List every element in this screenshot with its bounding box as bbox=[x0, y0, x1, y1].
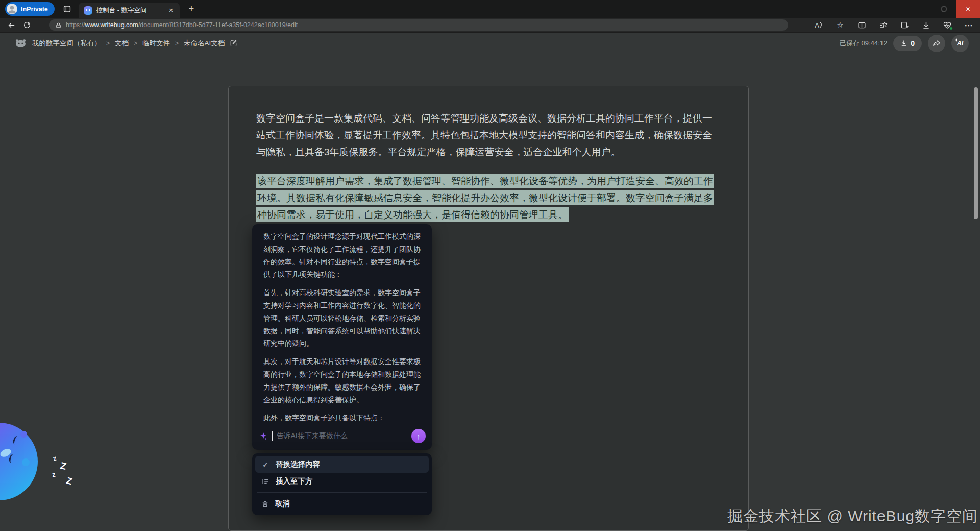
chevron-right-icon: > bbox=[175, 40, 179, 47]
browser-tab[interactable]: 控制台 - 数字空间 ✕ bbox=[79, 3, 180, 18]
menu-item-label: 替换选择内容 bbox=[276, 460, 320, 469]
insert-below-icon bbox=[261, 477, 270, 486]
read-aloud-icon: A bbox=[815, 21, 823, 29]
split-screen-button[interactable] bbox=[854, 19, 869, 31]
window-close-button[interactable]: ✕ bbox=[956, 0, 980, 18]
url-domain: www.writebug.com bbox=[85, 21, 138, 29]
sleeping-robot-mascot[interactable] bbox=[0, 423, 38, 500]
window-minimize-button[interactable] bbox=[908, 0, 932, 18]
document-paragraph[interactable]: 数字空间盒子是一款集成代码、文档、问答等管理功能及高级会议、数据分析工具的协同工… bbox=[256, 110, 721, 160]
chevron-right-icon: > bbox=[106, 40, 110, 47]
share-button[interactable] bbox=[928, 35, 945, 52]
breadcrumb-docs[interactable]: 文档 bbox=[115, 39, 129, 48]
ai-generated-paragraph: 其次，对于航天和芯片设计等对数据安全性要求极高的行业，数字空间盒子的本地存储和数… bbox=[263, 355, 421, 406]
rename-pencil-icon[interactable] bbox=[230, 39, 237, 47]
mascot-arm bbox=[22, 458, 30, 466]
download-count: 0 bbox=[911, 39, 915, 47]
url-scheme: https:// bbox=[66, 21, 85, 29]
menu-item-cancel[interactable]: 取消 bbox=[255, 495, 429, 512]
breadcrumb-temp-files[interactable]: 临时文件 bbox=[142, 39, 170, 48]
profile-avatar bbox=[7, 4, 17, 14]
menu-item-label: 插入至下方 bbox=[276, 476, 313, 486]
back-arrow-icon bbox=[7, 21, 16, 30]
text-cursor bbox=[272, 431, 273, 441]
minimize-icon bbox=[917, 9, 923, 10]
download-icon bbox=[900, 39, 908, 47]
window-maximize-button[interactable] bbox=[932, 0, 956, 18]
sparkle-icon bbox=[259, 432, 267, 440]
status-dot bbox=[949, 27, 953, 30]
ai-generated-paragraph: 数字空间盒子的设计理念源于对现代工作模式的深刻洞察，它不仅简化了工作流程，还提升… bbox=[263, 230, 421, 281]
split-screen-icon bbox=[857, 21, 866, 30]
tab-close-icon[interactable]: ✕ bbox=[167, 6, 176, 15]
back-button[interactable] bbox=[7, 21, 16, 30]
send-prompt-button[interactable]: ↑ bbox=[411, 429, 426, 443]
ai-generated-paragraph: 首先，针对高校科研实验室的需求，数字空间盒子支持对学习内容和工作内容进行数字化、… bbox=[263, 286, 421, 350]
browser-toolbar-icons: A ☆ ⋯ bbox=[812, 18, 976, 32]
closed-eye-icon bbox=[8, 454, 15, 464]
chevron-right-icon: > bbox=[134, 40, 137, 47]
ai-assistant-button[interactable]: AI bbox=[951, 35, 969, 52]
trash-icon bbox=[261, 500, 269, 508]
menu-divider bbox=[257, 492, 427, 493]
closed-eye-icon bbox=[12, 436, 20, 446]
menu-item-replace-selection[interactable]: ✓ 替换选择内容 bbox=[255, 456, 429, 473]
url-path: /document/8f317db0-5d77-11ef-a35f-0242ac… bbox=[138, 21, 298, 29]
ai-suggestion-popup: 数字空间盒子的设计理念源于对现代工作模式的深刻洞察，它不仅简化了工作流程，还提升… bbox=[252, 224, 432, 450]
tab-plus-icon bbox=[900, 21, 909, 30]
doc-actions: 已保存 09:44:12 0 AI bbox=[840, 35, 969, 52]
url-text: https://www.writebug.com/document/8f317d… bbox=[66, 21, 298, 29]
downloads-button[interactable] bbox=[919, 19, 933, 31]
document-paragraph-selected[interactable]: 该平台深度理解用户需求，集成了数据管理、智能协作、微型化设备等优势，为用户打造安… bbox=[256, 173, 721, 223]
watermark: 掘金技术社区 @ WriteBug数字空间 bbox=[727, 506, 978, 527]
browser-titlebar: InPrivate 控制台 - 数字空间 ✕ + ✕ bbox=[0, 0, 980, 18]
check-icon: ✓ bbox=[261, 461, 270, 469]
ai-generated-paragraph: 此外，数字空间盒子还具备以下特点： bbox=[263, 412, 421, 424]
scrollbar-thumb[interactable] bbox=[974, 87, 978, 219]
tab-actions-icon[interactable] bbox=[63, 5, 71, 13]
inprivate-badge[interactable]: InPrivate bbox=[5, 2, 55, 16]
settings-more-button[interactable]: ⋯ bbox=[962, 19, 976, 31]
ellipsis-icon: ⋯ bbox=[965, 20, 973, 30]
robot-icon bbox=[14, 38, 27, 48]
window-controls: ✕ bbox=[908, 0, 980, 18]
download-icon bbox=[922, 21, 930, 30]
favorites-button[interactable]: ☆ bbox=[833, 19, 847, 31]
refresh-button[interactable] bbox=[23, 21, 31, 29]
read-aloud-button[interactable]: A bbox=[812, 19, 826, 31]
save-status: 已保存 09:44:12 bbox=[840, 39, 887, 48]
sleep-z-icon: z bbox=[52, 471, 56, 479]
browser-addressbar: https://www.writebug.com/document/8f317d… bbox=[0, 18, 980, 32]
lock-icon bbox=[55, 22, 62, 29]
download-count-button[interactable]: 0 bbox=[893, 36, 922, 51]
maximize-icon bbox=[941, 6, 947, 12]
up-arrow-icon: ↑ bbox=[416, 432, 421, 441]
breadcrumb-root[interactable]: 我的数字空间（私有） bbox=[32, 39, 101, 48]
menu-item-label: 取消 bbox=[275, 499, 290, 509]
url-field[interactable]: https://www.writebug.com/document/8f317d… bbox=[49, 19, 788, 31]
collections-icon bbox=[879, 21, 888, 30]
star-icon: ☆ bbox=[837, 20, 843, 30]
mascot-antenna bbox=[20, 431, 27, 438]
menu-item-insert-below[interactable]: 插入至下方 bbox=[255, 473, 429, 490]
person-icon bbox=[7, 4, 17, 14]
tab-plus-button[interactable] bbox=[897, 19, 912, 31]
ai-prompt-input[interactable]: 告诉AI接下来要做什么 ↑ bbox=[259, 427, 426, 445]
breadcrumb: 我的数字空间（私有） > 文档 > 临时文件 > 未命名AI文档 bbox=[14, 38, 237, 48]
tab-title: 控制台 - 数字空间 bbox=[96, 6, 163, 15]
sparkle-icon bbox=[954, 38, 958, 42]
sleep-z-icon: Z bbox=[59, 460, 67, 472]
sleep-z-icon: z bbox=[52, 454, 58, 462]
browser-essentials-button[interactable] bbox=[940, 19, 954, 31]
refresh-icon bbox=[23, 21, 31, 29]
share-arrow-icon bbox=[932, 39, 941, 47]
site-favicon-robot-icon bbox=[84, 6, 92, 15]
inprivate-label: InPrivate bbox=[21, 6, 48, 13]
collections-button[interactable] bbox=[876, 19, 890, 31]
ai-input-placeholder: 告诉AI接下来要做什么 bbox=[277, 431, 408, 441]
workspace-topbar: 我的数字空间（私有） > 文档 > 临时文件 > 未命名AI文档 已保存 09:… bbox=[0, 32, 980, 54]
breadcrumb-current-doc[interactable]: 未命名AI文档 bbox=[184, 39, 225, 48]
text-selection-highlight[interactable]: 该平台深度理解用户需求，集成了数据管理、智能协作、微型化设备等优势，为用户打造安… bbox=[256, 174, 714, 222]
new-tab-button[interactable]: + bbox=[186, 4, 198, 14]
ai-action-menu: ✓ 替换选择内容 插入至下方 取消 bbox=[252, 453, 432, 515]
